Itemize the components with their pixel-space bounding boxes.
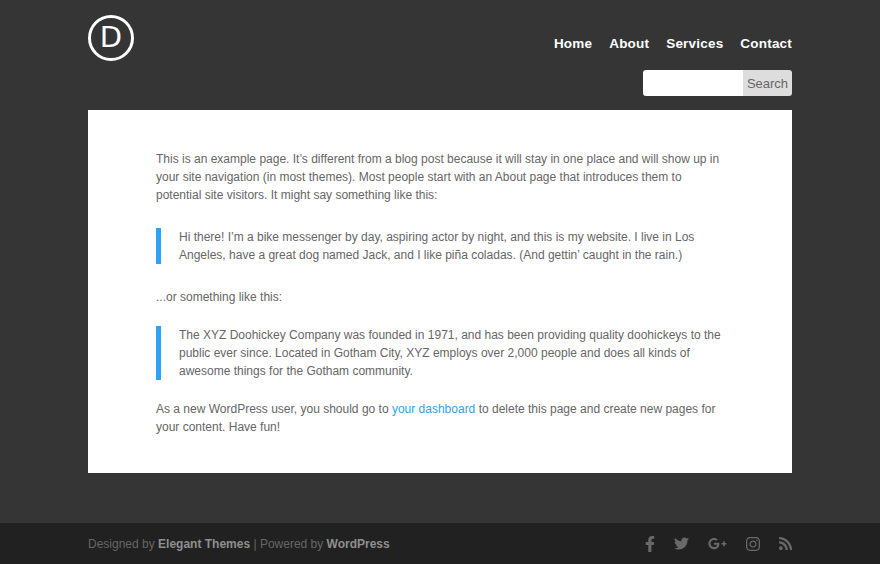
dashboard-text-before: As a new WordPress user, you should go t…: [156, 402, 392, 416]
elegant-themes-link[interactable]: Elegant Themes: [158, 537, 250, 551]
blockquote-xyz-company: The XYZ Doohickey Company was founded in…: [156, 326, 724, 380]
blockquote-bike-messenger-text: Hi there! I’m a bike messenger by day, a…: [179, 228, 724, 264]
credits-powered-by: Powered by: [260, 537, 327, 551]
social-links: [645, 536, 792, 552]
site-footer: Designed by Elegant Themes | Powered by …: [0, 523, 880, 564]
nav-item-about[interactable]: About: [609, 36, 649, 51]
main-nav: Home About Services Contact: [554, 36, 792, 51]
credits-designed-by: Designed by: [88, 537, 158, 551]
page: D Home About Services Contact Search Thi…: [0, 0, 880, 564]
rss-icon[interactable]: [779, 536, 792, 551]
nav-item-services[interactable]: Services: [666, 36, 723, 51]
logo-letter-d: D: [100, 23, 122, 54]
nav-item-home[interactable]: Home: [554, 36, 592, 51]
intro-paragraph: This is an example page. It’s different …: [156, 150, 724, 204]
blockquote-xyz-company-text: The XYZ Doohickey Company was founded in…: [179, 326, 724, 380]
search-input[interactable]: [643, 70, 743, 96]
blockquote-bike-messenger: Hi there! I’m a bike messenger by day, a…: [156, 228, 724, 264]
footer-credits: Designed by Elegant Themes | Powered by …: [88, 537, 390, 551]
facebook-icon[interactable]: [645, 536, 655, 552]
page-content: This is an example page. It’s different …: [88, 110, 792, 473]
dashboard-paragraph: As a new WordPress user, you should go t…: [156, 400, 724, 436]
site-logo[interactable]: D: [88, 15, 134, 61]
google-plus-icon[interactable]: [708, 536, 727, 551]
search-bar: Search: [643, 70, 792, 96]
main-area: This is an example page. It’s different …: [0, 110, 880, 523]
site-header: D Home About Services Contact Search: [0, 0, 880, 110]
dashboard-link[interactable]: your dashboard: [392, 402, 475, 416]
twitter-icon[interactable]: [674, 536, 689, 551]
credits-separator: |: [250, 537, 260, 551]
or-something-paragraph: ...or something like this:: [156, 288, 724, 306]
wordpress-link[interactable]: WordPress: [327, 537, 390, 551]
search-button[interactable]: Search: [743, 70, 792, 96]
instagram-icon[interactable]: [746, 536, 760, 552]
nav-item-contact[interactable]: Contact: [740, 36, 792, 51]
